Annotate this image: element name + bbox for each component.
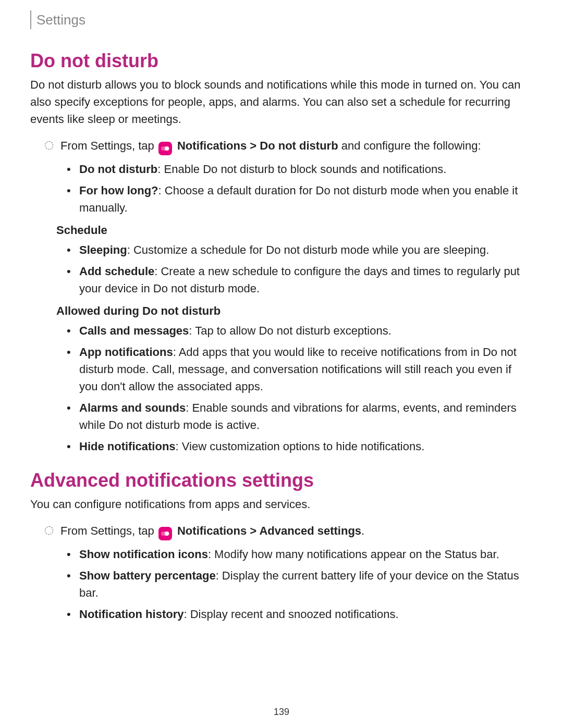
section-title: Do not disturb [30, 50, 533, 72]
list-item: Calls and messages: Tap to allow Do not … [67, 322, 533, 339]
header-section-label: Settings [36, 12, 85, 28]
option-list: Show notification icons: Modify how many… [67, 546, 533, 623]
item-label: Hide notifications [79, 440, 176, 453]
group-subheading: Schedule [56, 224, 533, 237]
page-number: 139 [0, 707, 563, 718]
item-text: : View customization options to hide not… [176, 440, 425, 453]
instruction-step: From Settings, tap Notifications > Advan… [45, 522, 533, 540]
option-list: Sleeping: Customize a schedule for Do no… [67, 241, 533, 297]
item-label: Show notification icons [79, 548, 208, 561]
section-intro: Do not disturb allows you to block sound… [30, 76, 533, 128]
list-item: Notification history: Display recent and… [67, 606, 533, 623]
item-label: Add schedule [79, 265, 154, 278]
item-label: Notification history [79, 608, 183, 621]
list-item: Add schedule: Create a new schedule to c… [67, 263, 533, 297]
step-path: Notifications > Advanced settings [177, 524, 361, 537]
header-rule [30, 10, 31, 29]
step-text: From Settings, tap Notifications > Advan… [60, 522, 533, 540]
item-label: Calls and messages [79, 324, 189, 337]
running-header: Settings [30, 10, 533, 29]
document-page: Settings Do not disturb Do not disturb a… [0, 0, 563, 728]
list-item: Alarms and sounds: Enable sounds and vib… [67, 399, 533, 434]
step-suffix: . [361, 524, 364, 537]
item-label: App notifications [79, 346, 173, 359]
list-item: Show notification icons: Modify how many… [67, 546, 533, 563]
item-text: : Customize a schedule for Do not distur… [127, 243, 489, 256]
svg-point-3 [165, 532, 169, 536]
item-text: : Tap to allow Do not disturb exceptions… [189, 324, 391, 337]
item-label: Show battery percentage [79, 569, 216, 582]
list-item: For how long?: Choose a default duration… [67, 182, 533, 216]
list-item: Hide notifications: View customization o… [67, 438, 533, 455]
step-prefix: From Settings, tap [60, 139, 157, 152]
item-text: : Modify how many notifications appear o… [208, 548, 499, 561]
item-label: Sleeping [79, 243, 127, 256]
list-item: Do not disturb: Enable Do not disturb to… [67, 161, 533, 178]
list-item: Sleeping: Customize a schedule for Do no… [67, 241, 533, 258]
section-intro: You can configure notifications from app… [30, 496, 533, 513]
item-label: For how long? [79, 184, 158, 197]
item-label: Alarms and sounds [79, 401, 186, 414]
step-prefix: From Settings, tap [60, 524, 157, 537]
notifications-icon [158, 142, 172, 155]
item-text: : Display recent and snoozed notificatio… [183, 608, 398, 621]
option-list: Calls and messages: Tap to allow Do not … [67, 322, 533, 455]
step-path: Notifications > Do not disturb [177, 139, 338, 152]
svg-point-1 [165, 146, 169, 151]
instruction-step: From Settings, tap Notifications > Do no… [45, 137, 533, 155]
step-bullet-icon [45, 141, 53, 150]
step-text: From Settings, tap Notifications > Do no… [60, 137, 533, 155]
list-item: Show battery percentage: Display the cur… [67, 567, 533, 601]
group-subheading: Allowed during Do not disturb [56, 304, 533, 318]
notifications-icon [158, 527, 172, 540]
step-bullet-icon [45, 526, 53, 535]
section-title: Advanced notifications settings [30, 470, 533, 491]
item-text: : Enable Do not disturb to block sounds … [157, 163, 446, 176]
step-suffix: and configure the following: [338, 139, 481, 152]
option-list: Do not disturb: Enable Do not disturb to… [67, 161, 533, 216]
item-label: Do not disturb [79, 163, 157, 176]
list-item: App notifications: Add apps that you wou… [67, 343, 533, 395]
